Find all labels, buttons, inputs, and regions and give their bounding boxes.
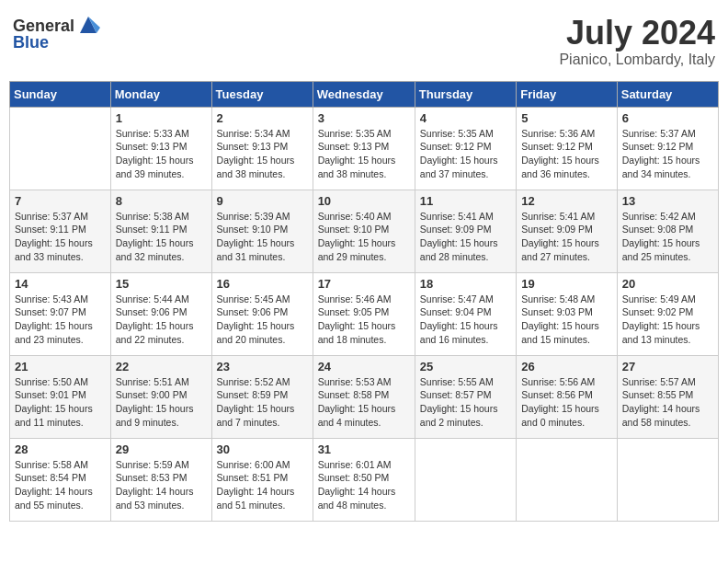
calendar-cell: 16Sunrise: 5:45 AM Sunset: 9:06 PM Dayli… bbox=[211, 272, 313, 355]
day-info: Sunrise: 5:41 AM Sunset: 9:09 PM Dayligh… bbox=[521, 210, 612, 264]
day-info: Sunrise: 5:48 AM Sunset: 9:03 PM Dayligh… bbox=[521, 293, 612, 347]
title-area: July 2024 Pianico, Lombardy, Italy bbox=[559, 15, 715, 68]
day-number: 15 bbox=[116, 277, 207, 291]
calendar-header-row: Sunday Monday Tuesday Wednesday Thursday… bbox=[10, 81, 719, 107]
day-info: Sunrise: 5:57 AM Sunset: 8:55 PM Dayligh… bbox=[622, 375, 713, 430]
day-info: Sunrise: 5:56 AM Sunset: 8:56 PM Dayligh… bbox=[521, 375, 612, 430]
calendar-cell: 31Sunrise: 6:01 AM Sunset: 8:50 PM Dayli… bbox=[313, 438, 415, 521]
calendar-cell: 22Sunrise: 5:51 AM Sunset: 9:00 PM Dayli… bbox=[110, 355, 211, 438]
day-info: Sunrise: 5:46 AM Sunset: 9:05 PM Dayligh… bbox=[318, 293, 410, 347]
calendar-cell: 2Sunrise: 5:34 AM Sunset: 9:13 PM Daylig… bbox=[211, 107, 313, 190]
month-year-title: July 2024 bbox=[559, 15, 715, 52]
col-monday: Monday bbox=[110, 81, 211, 107]
day-number: 22 bbox=[116, 360, 207, 373]
day-number: 19 bbox=[521, 277, 612, 291]
calendar-cell: 27Sunrise: 5:57 AM Sunset: 8:55 PM Dayli… bbox=[617, 355, 718, 438]
calendar-cell: 4Sunrise: 5:35 AM Sunset: 9:12 PM Daylig… bbox=[415, 107, 516, 190]
day-info: Sunrise: 5:51 AM Sunset: 9:00 PM Dayligh… bbox=[116, 375, 207, 430]
calendar-cell: 28Sunrise: 5:58 AM Sunset: 8:54 PM Dayli… bbox=[10, 438, 111, 521]
day-info: Sunrise: 5:59 AM Sunset: 8:53 PM Dayligh… bbox=[116, 458, 207, 512]
col-friday: Friday bbox=[517, 81, 618, 107]
location-subtitle: Pianico, Lombardy, Italy bbox=[559, 52, 715, 68]
day-info: Sunrise: 5:52 AM Sunset: 8:59 PM Dayligh… bbox=[217, 375, 308, 430]
day-number: 29 bbox=[116, 442, 207, 456]
day-number: 13 bbox=[622, 194, 713, 208]
calendar-table: Sunday Monday Tuesday Wednesday Thursday… bbox=[9, 81, 719, 522]
day-info: Sunrise: 5:37 AM Sunset: 9:12 PM Dayligh… bbox=[622, 127, 713, 181]
calendar-cell bbox=[617, 438, 718, 521]
calendar-cell: 19Sunrise: 5:48 AM Sunset: 9:03 PM Dayli… bbox=[517, 272, 618, 355]
day-info: Sunrise: 5:42 AM Sunset: 9:08 PM Dayligh… bbox=[622, 210, 713, 264]
day-number: 1 bbox=[116, 111, 207, 125]
day-info: Sunrise: 5:34 AM Sunset: 9:13 PM Dayligh… bbox=[217, 127, 308, 181]
calendar-week-row: 28Sunrise: 5:58 AM Sunset: 8:54 PM Dayli… bbox=[10, 438, 719, 521]
day-number: 23 bbox=[217, 360, 308, 373]
day-number: 27 bbox=[622, 360, 713, 373]
day-number: 12 bbox=[521, 194, 612, 208]
day-info: Sunrise: 5:35 AM Sunset: 9:13 PM Dayligh… bbox=[318, 127, 410, 181]
calendar-cell: 9Sunrise: 5:39 AM Sunset: 9:10 PM Daylig… bbox=[211, 190, 313, 272]
calendar-cell: 29Sunrise: 5:59 AM Sunset: 8:53 PM Dayli… bbox=[110, 438, 211, 521]
calendar-cell: 10Sunrise: 5:40 AM Sunset: 9:10 PM Dayli… bbox=[313, 190, 415, 272]
calendar-week-row: 14Sunrise: 5:43 AM Sunset: 9:07 PM Dayli… bbox=[10, 272, 719, 355]
day-info: Sunrise: 5:36 AM Sunset: 9:12 PM Dayligh… bbox=[521, 127, 612, 181]
calendar-cell: 11Sunrise: 5:41 AM Sunset: 9:09 PM Dayli… bbox=[415, 190, 516, 272]
day-number: 21 bbox=[15, 360, 106, 373]
day-number: 10 bbox=[318, 194, 410, 208]
col-wednesday: Wednesday bbox=[313, 81, 415, 107]
day-number: 25 bbox=[420, 360, 511, 373]
calendar-week-row: 7Sunrise: 5:37 AM Sunset: 9:11 PM Daylig… bbox=[10, 190, 719, 272]
day-info: Sunrise: 5:45 AM Sunset: 9:06 PM Dayligh… bbox=[217, 293, 308, 347]
day-info: Sunrise: 5:37 AM Sunset: 9:11 PM Dayligh… bbox=[15, 210, 106, 264]
day-number: 8 bbox=[116, 194, 207, 208]
day-info: Sunrise: 5:39 AM Sunset: 9:10 PM Dayligh… bbox=[217, 210, 308, 264]
calendar-cell: 18Sunrise: 5:47 AM Sunset: 9:04 PM Dayli… bbox=[415, 272, 516, 355]
day-info: Sunrise: 5:38 AM Sunset: 9:11 PM Dayligh… bbox=[116, 210, 207, 264]
day-number: 9 bbox=[217, 194, 308, 208]
day-number: 3 bbox=[318, 111, 410, 125]
day-number: 24 bbox=[318, 360, 410, 373]
day-number: 16 bbox=[217, 277, 308, 291]
day-info: Sunrise: 5:47 AM Sunset: 9:04 PM Dayligh… bbox=[420, 293, 511, 347]
day-number: 7 bbox=[15, 194, 106, 208]
day-info: Sunrise: 5:41 AM Sunset: 9:09 PM Dayligh… bbox=[420, 210, 511, 264]
day-number: 30 bbox=[217, 442, 308, 456]
logo-blue-text: Blue bbox=[13, 33, 49, 52]
calendar-cell: 30Sunrise: 6:00 AM Sunset: 8:51 PM Dayli… bbox=[211, 438, 313, 521]
calendar-week-row: 1Sunrise: 5:33 AM Sunset: 9:13 PM Daylig… bbox=[10, 107, 719, 190]
logo-icon bbox=[76, 13, 100, 37]
calendar-cell: 24Sunrise: 5:53 AM Sunset: 8:58 PM Dayli… bbox=[313, 355, 415, 438]
calendar-cell: 23Sunrise: 5:52 AM Sunset: 8:59 PM Dayli… bbox=[211, 355, 313, 438]
calendar-cell: 26Sunrise: 5:56 AM Sunset: 8:56 PM Dayli… bbox=[517, 355, 618, 438]
day-number: 5 bbox=[521, 111, 612, 125]
col-tuesday: Tuesday bbox=[211, 81, 313, 107]
calendar-cell: 7Sunrise: 5:37 AM Sunset: 9:11 PM Daylig… bbox=[10, 190, 111, 272]
day-number: 26 bbox=[521, 360, 612, 373]
calendar-cell: 1Sunrise: 5:33 AM Sunset: 9:13 PM Daylig… bbox=[110, 107, 211, 190]
day-number: 2 bbox=[217, 111, 308, 125]
day-info: Sunrise: 5:33 AM Sunset: 9:13 PM Dayligh… bbox=[116, 127, 207, 181]
calendar-week-row: 21Sunrise: 5:50 AM Sunset: 9:01 PM Dayli… bbox=[10, 355, 719, 438]
day-number: 18 bbox=[420, 277, 511, 291]
calendar-cell: 12Sunrise: 5:41 AM Sunset: 9:09 PM Dayli… bbox=[517, 190, 618, 272]
day-info: Sunrise: 5:55 AM Sunset: 8:57 PM Dayligh… bbox=[420, 375, 511, 430]
day-info: Sunrise: 5:49 AM Sunset: 9:02 PM Dayligh… bbox=[622, 293, 713, 347]
calendar-cell: 8Sunrise: 5:38 AM Sunset: 9:11 PM Daylig… bbox=[110, 190, 211, 272]
header: General Blue July 2024 Pianico, Lombardy… bbox=[9, 9, 719, 74]
day-number: 20 bbox=[622, 277, 713, 291]
day-number: 17 bbox=[318, 277, 410, 291]
col-sunday: Sunday bbox=[10, 81, 111, 107]
day-info: Sunrise: 5:58 AM Sunset: 8:54 PM Dayligh… bbox=[15, 458, 106, 512]
calendar-cell: 13Sunrise: 5:42 AM Sunset: 9:08 PM Dayli… bbox=[617, 190, 718, 272]
calendar-cell: 3Sunrise: 5:35 AM Sunset: 9:13 PM Daylig… bbox=[313, 107, 415, 190]
calendar-cell: 14Sunrise: 5:43 AM Sunset: 9:07 PM Dayli… bbox=[10, 272, 111, 355]
calendar-cell bbox=[517, 438, 618, 521]
day-number: 28 bbox=[15, 442, 106, 456]
logo: General Blue bbox=[13, 15, 100, 52]
day-info: Sunrise: 5:40 AM Sunset: 9:10 PM Dayligh… bbox=[318, 210, 410, 264]
calendar-cell: 25Sunrise: 5:55 AM Sunset: 8:57 PM Dayli… bbox=[415, 355, 516, 438]
calendar-cell: 15Sunrise: 5:44 AM Sunset: 9:06 PM Dayli… bbox=[110, 272, 211, 355]
day-info: Sunrise: 5:35 AM Sunset: 9:12 PM Dayligh… bbox=[420, 127, 511, 181]
col-thursday: Thursday bbox=[415, 81, 516, 107]
calendar-cell: 17Sunrise: 5:46 AM Sunset: 9:05 PM Dayli… bbox=[313, 272, 415, 355]
